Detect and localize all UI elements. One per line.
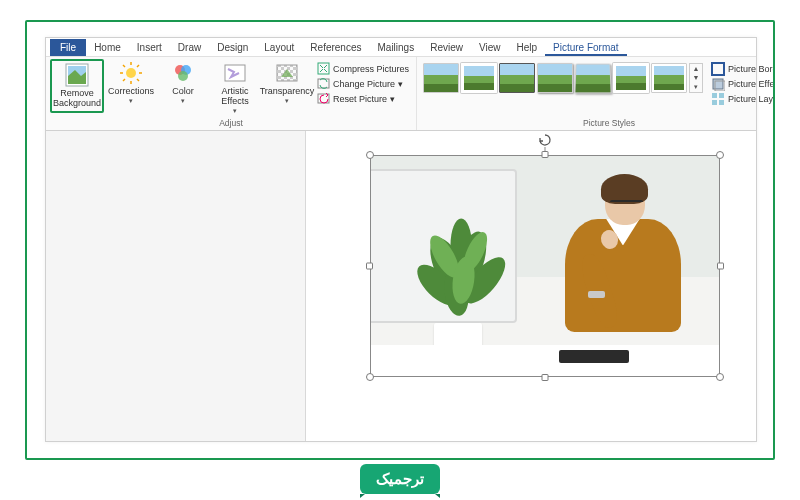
tab-references[interactable]: References	[302, 39, 369, 56]
change-picture-label: Change Picture	[333, 79, 395, 89]
picture-border-button[interactable]: Picture Border ▾	[707, 61, 775, 76]
dropdown-caret-icon: ▾	[233, 107, 237, 115]
style-thumb-2[interactable]	[461, 63, 497, 93]
picture-layout-button[interactable]: Picture Layout ▾	[707, 91, 775, 106]
picture-effects-icon	[710, 77, 725, 90]
resize-handle-b[interactable]	[542, 374, 549, 381]
resize-handle-l[interactable]	[366, 263, 373, 270]
reset-picture-label: Reset Picture	[333, 94, 387, 104]
group-label-picture-styles: Picture Styles	[421, 117, 775, 130]
svg-rect-15	[225, 65, 245, 81]
svg-rect-26	[712, 93, 717, 98]
tab-mailings[interactable]: Mailings	[369, 39, 422, 56]
photo-placeholder	[371, 156, 719, 376]
picture-effects-button[interactable]: Picture Effects ▾	[707, 76, 775, 91]
gallery-scroll: ▲ ▼ ▾	[689, 63, 703, 93]
ribbon-tabs: File Home Insert Draw Design Layout Refe…	[46, 38, 756, 57]
compress-pictures-button[interactable]: Compress Pictures	[314, 61, 412, 76]
svg-line-10	[137, 65, 139, 67]
highlight-remove-background: Remove Background	[50, 59, 104, 113]
style-thumb-6[interactable]	[613, 63, 649, 93]
svg-point-14	[178, 71, 188, 81]
picture-layout-label: Picture Layout	[728, 94, 775, 104]
dropdown-caret-icon: ▾	[390, 94, 395, 104]
reset-picture-button[interactable]: Reset Picture ▾	[314, 91, 412, 106]
transparency-button[interactable]: Transparency ▾	[262, 59, 312, 107]
resize-handle-r[interactable]	[717, 263, 724, 270]
resize-handle-bl[interactable]	[366, 373, 374, 381]
resize-handle-tr[interactable]	[716, 151, 724, 159]
tab-picture-format[interactable]: Picture Format	[545, 39, 627, 56]
ribbon: Remove Background Corrections ▾	[46, 57, 756, 131]
style-thumb-4[interactable]	[537, 63, 573, 93]
group-label-adjust: Adjust	[50, 117, 412, 130]
resize-handle-br[interactable]	[716, 373, 724, 381]
document-area	[46, 131, 756, 441]
gallery-up-button[interactable]: ▲	[690, 64, 702, 73]
navigation-pane[interactable]	[46, 131, 306, 441]
group-picture-styles: ▲ ▼ ▾ Picture Border ▾ Pic	[417, 57, 775, 130]
resize-handle-tl[interactable]	[366, 151, 374, 159]
remove-background-icon	[65, 63, 89, 87]
tab-draw[interactable]: Draw	[170, 39, 209, 56]
word-window: File Home Insert Draw Design Layout Refe…	[45, 37, 757, 442]
svg-rect-23	[712, 63, 724, 75]
picture-effects-label: Picture Effects	[728, 79, 775, 89]
style-thumb-7[interactable]	[651, 63, 687, 93]
change-picture-icon	[317, 77, 330, 90]
transparency-icon	[275, 61, 299, 85]
style-thumb-5[interactable]	[574, 64, 611, 94]
photo-tablet	[559, 350, 629, 363]
remove-background-button[interactable]: Remove Background	[52, 61, 102, 111]
photo-desk	[371, 345, 719, 376]
dropdown-caret-icon: ▾	[285, 97, 289, 105]
svg-rect-27	[719, 93, 724, 98]
tab-home[interactable]: Home	[86, 39, 129, 56]
picture-styles-gallery: ▲ ▼ ▾	[421, 59, 705, 97]
picture-content	[370, 155, 720, 377]
tab-design[interactable]: Design	[209, 39, 256, 56]
picture-border-label: Picture Border	[728, 64, 775, 74]
resize-handle-t[interactable]	[542, 151, 549, 158]
dropdown-caret-icon: ▾	[398, 79, 403, 89]
tab-help[interactable]: Help	[508, 39, 545, 56]
compress-icon	[317, 62, 330, 75]
tab-view[interactable]: View	[471, 39, 509, 56]
color-button[interactable]: Color ▾	[158, 59, 208, 107]
tutorial-frame: File Home Insert Draw Design Layout Refe…	[25, 20, 775, 460]
gallery-more-button[interactable]: ▾	[690, 83, 702, 92]
svg-point-3	[126, 68, 136, 78]
transparency-label: Transparency	[260, 87, 315, 97]
watermark-logo: ترجمیک	[360, 464, 440, 494]
remove-background-label: Remove Background	[53, 89, 101, 109]
svg-rect-28	[712, 100, 717, 105]
group-adjust: Remove Background Corrections ▾	[46, 57, 417, 130]
svg-rect-20	[318, 63, 329, 74]
artistic-effects-icon	[223, 61, 247, 85]
svg-rect-29	[719, 100, 724, 105]
svg-rect-21	[318, 79, 329, 88]
rotate-handle[interactable]	[538, 133, 552, 147]
picture-layout-icon	[710, 92, 725, 105]
style-thumb-1[interactable]	[423, 63, 459, 93]
reset-picture-icon	[317, 92, 330, 105]
compress-label: Compress Pictures	[333, 64, 409, 74]
dropdown-caret-icon: ▾	[181, 97, 185, 105]
artistic-effects-button[interactable]: Artistic Effects ▾	[210, 59, 260, 117]
artistic-effects-label: Artistic Effects	[212, 87, 258, 107]
change-picture-button[interactable]: Change Picture ▾	[314, 76, 412, 91]
photo-person	[531, 174, 698, 363]
tab-layout[interactable]: Layout	[256, 39, 302, 56]
tab-insert[interactable]: Insert	[129, 39, 170, 56]
tab-file[interactable]: File	[50, 39, 86, 56]
corrections-button[interactable]: Corrections ▾	[106, 59, 156, 107]
corrections-label: Corrections	[108, 87, 154, 97]
document-page[interactable]	[306, 131, 756, 441]
color-icon	[171, 61, 195, 85]
selected-picture[interactable]	[370, 155, 720, 377]
svg-line-8	[123, 65, 125, 67]
style-thumb-3[interactable]	[499, 63, 535, 93]
gallery-down-button[interactable]: ▼	[690, 73, 702, 82]
tab-review[interactable]: Review	[422, 39, 471, 56]
color-label: Color	[172, 87, 194, 97]
